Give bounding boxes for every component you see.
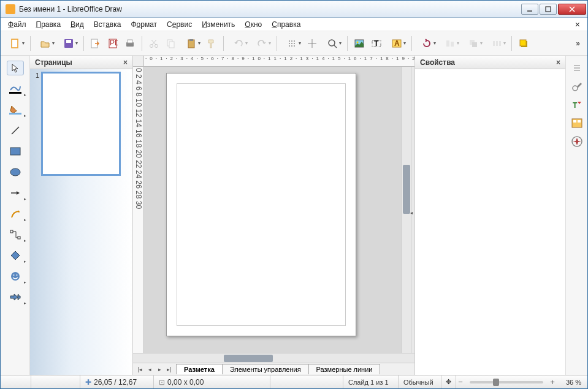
rectangle-tool[interactable] [7, 144, 24, 159]
line-color-tool[interactable] [7, 81, 24, 96]
svg-rect-46 [499, 41, 501, 46]
svg-point-21 [289, 40, 290, 42]
export-button[interactable] [88, 36, 104, 51]
align-button[interactable] [439, 36, 461, 51]
fill-color-tool[interactable] [7, 102, 24, 117]
menu-edit[interactable]: Правка [32, 19, 65, 30]
svg-rect-44 [493, 41, 495, 46]
symbol-shapes-tool[interactable] [7, 269, 24, 284]
svg-point-13 [150, 44, 153, 47]
redo-button[interactable] [251, 36, 273, 51]
menu-insert[interactable]: Вставка [90, 19, 125, 30]
zoom-out-button[interactable]: − [456, 377, 465, 387]
fontwork-button[interactable]: A [386, 36, 408, 51]
rotate-button[interactable] [416, 36, 438, 51]
curve-tool[interactable] [7, 206, 24, 221]
helplines-button[interactable] [304, 36, 320, 51]
menu-view[interactable]: Вид [67, 19, 88, 30]
menu-window[interactable]: Окно [241, 19, 265, 30]
sidebar-navigator-icon[interactable] [570, 134, 584, 149]
menu-service[interactable]: Сервис [163, 19, 196, 30]
drawing-canvas[interactable] [144, 67, 401, 353]
properties-panel-title: Свойства [420, 58, 455, 67]
sidebar-settings-icon[interactable] [570, 61, 584, 75]
vertical-ruler[interactable]: 0 2 4 6 8 10 12 14 16 18 20 22 24 26 28 … [133, 67, 144, 353]
line-tool[interactable] [7, 123, 24, 138]
save-button[interactable] [58, 36, 80, 51]
new-button[interactable] [4, 36, 26, 51]
svg-point-63 [573, 86, 578, 91]
svg-rect-48 [520, 40, 526, 46]
menu-modify[interactable]: Изменить [198, 19, 239, 30]
pages-panel-close-icon[interactable]: × [123, 58, 128, 67]
status-sign[interactable] [31, 376, 80, 388]
zoom-value[interactable]: 36 % [557, 376, 587, 388]
grid-button[interactable] [281, 36, 303, 51]
page[interactable] [166, 73, 356, 336]
arrow-tool[interactable] [7, 186, 24, 200]
insert-textbox-button[interactable]: T [368, 36, 384, 51]
basic-shapes-tool[interactable] [7, 248, 24, 263]
export-pdf-button[interactable]: PDF [105, 36, 121, 51]
status-modified[interactable] [1, 376, 31, 388]
page-thumb[interactable]: 1 [32, 72, 130, 176]
status-slide[interactable]: Слайд 1 из 1 [343, 376, 399, 388]
svg-rect-7 [66, 40, 71, 43]
tab-layout[interactable]: Разметка [176, 364, 223, 374]
sidebar-styles-icon[interactable]: T [570, 97, 584, 112]
menu-format[interactable]: Формат [127, 19, 161, 30]
zoom-button[interactable] [321, 36, 343, 51]
first-page-button[interactable]: |◂ [136, 366, 144, 372]
svg-rect-36 [372, 40, 381, 47]
prev-page-button[interactable]: ◂ [145, 366, 154, 372]
arrange-button[interactable] [462, 36, 484, 51]
vertical-scrollbar[interactable] [401, 67, 411, 353]
sidebar-properties-icon[interactable] [570, 79, 584, 94]
horizontal-ruler[interactable]: ·0·1·2·3·4·5·6·7·8·9·10·11·12·13·14·15·1… [144, 56, 414, 67]
svg-rect-67 [578, 120, 581, 123]
toolbar-overflow-icon[interactable]: » [572, 39, 584, 48]
open-button[interactable] [34, 36, 56, 51]
copy-button[interactable] [163, 36, 179, 51]
properties-panel-close-icon[interactable]: × [556, 58, 560, 67]
paste-button[interactable] [180, 36, 202, 51]
close-button[interactable] [558, 4, 586, 15]
insert-image-button[interactable] [351, 36, 367, 51]
page-thumbnail[interactable] [41, 72, 121, 176]
print-button[interactable] [122, 36, 138, 51]
zoom-in-button[interactable]: + [548, 377, 557, 387]
sidebar-gallery-icon[interactable] [570, 116, 584, 130]
last-page-button[interactable]: ▸| [165, 366, 174, 372]
maximize-button[interactable] [540, 4, 557, 15]
minimize-button[interactable] [521, 4, 538, 15]
status-mode[interactable]: Обычный [399, 376, 441, 388]
svg-rect-42 [470, 40, 475, 45]
zoom-slider[interactable] [470, 381, 543, 383]
svg-rect-8 [91, 39, 97, 48]
distribute-button[interactable] [486, 36, 508, 51]
next-page-button[interactable]: ▸ [155, 366, 164, 372]
svg-rect-34 [355, 40, 364, 47]
connector-tool[interactable] [7, 227, 24, 242]
select-tool[interactable] [7, 61, 24, 75]
ruler-corner[interactable] [133, 56, 144, 67]
doc-close-icon[interactable]: × [571, 20, 584, 29]
svg-point-27 [289, 45, 290, 47]
zoom-fit-icon[interactable]: ✥ [441, 376, 456, 388]
svg-rect-49 [9, 92, 21, 94]
shadow-button[interactable] [516, 36, 532, 51]
status-coords: ✚ 26,05 / 12,67 [80, 376, 154, 388]
menu-help[interactable]: Справка [268, 19, 304, 30]
clone-format-button[interactable] [204, 36, 220, 51]
panel-collapse-handle[interactable] [411, 67, 414, 353]
tab-controls[interactable]: Элементы управления [222, 364, 309, 374]
page-number: 1 [32, 72, 41, 176]
ellipse-tool[interactable] [7, 165, 24, 179]
cut-button[interactable] [146, 36, 162, 51]
block-arrows-tool[interactable] [7, 290, 24, 304]
horizontal-scrollbar[interactable] [133, 353, 414, 363]
menu-file[interactable]: Файл [4, 19, 30, 30]
sidebar-tabs: T [565, 56, 587, 375]
tab-dimlines[interactable]: Размерные линии [308, 364, 381, 374]
undo-button[interactable] [227, 36, 250, 51]
